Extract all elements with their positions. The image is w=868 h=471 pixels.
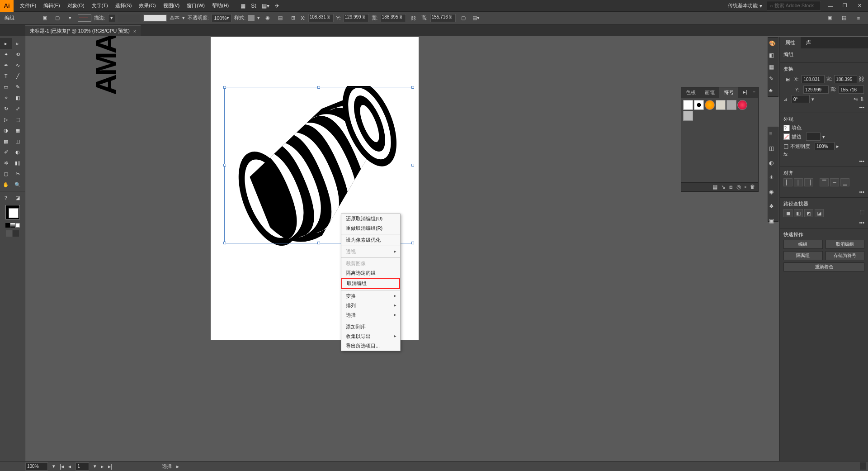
fill-toggle[interactable]: ? — [0, 192, 12, 203]
symbols-panel-icon[interactable]: ♣ — [769, 87, 777, 94]
ctx-undo-ungroup[interactable]: 还原取消编组(U) — [341, 214, 400, 224]
brushes-panel-icon[interactable]: ✎ — [769, 76, 777, 82]
symbol-item[interactable] — [705, 100, 715, 110]
none-mode-swatch[interactable] — [15, 223, 20, 228]
hand-tool[interactable]: ✋ — [0, 179, 12, 190]
fill-stroke-colors[interactable] — [5, 205, 20, 219]
prop-angle-field[interactable]: 0° — [792, 95, 810, 103]
flip-v-icon[interactable]: ⥮ — [860, 96, 864, 102]
qa-group[interactable]: 编组 — [783, 240, 823, 249]
prop-w-field[interactable]: 188.395 — [834, 75, 857, 83]
transform-ref-icon[interactable]: ⊞ — [288, 13, 298, 23]
prop-y-field[interactable]: 129.999 — [803, 86, 829, 94]
prop-x-field[interactable]: 108.831 — [802, 75, 825, 83]
gpu-icon[interactable]: ✈ — [275, 3, 279, 9]
panel-menu-icon[interactable]: ≡ — [750, 87, 758, 98]
delete-symbol-icon[interactable]: 🗑 — [750, 184, 755, 190]
slice-tool[interactable]: ✂ — [12, 168, 24, 179]
qa-ungroup[interactable]: 取消编组 — [826, 240, 865, 249]
edit-contents-icon[interactable]: ▤ — [839, 13, 849, 23]
shape-icon[interactable]: ▢ — [458, 13, 468, 23]
recolor-art-icon[interactable]: ◉ — [263, 13, 273, 23]
symbol-item[interactable] — [683, 100, 693, 110]
y-field[interactable]: 129.999 § — [344, 14, 369, 22]
flip-h-icon[interactable]: ⇋ — [854, 96, 858, 102]
h-field[interactable]: 155.716 § — [430, 14, 456, 22]
tab-properties[interactable]: 属性 — [780, 37, 801, 48]
align-icon[interactable]: ▤ — [275, 13, 285, 23]
rectangle-tool[interactable]: ▭ — [0, 81, 12, 92]
ctx-redo-ungroup[interactable]: 重做取消编组(R) — [341, 224, 400, 233]
tab-symbols[interactable]: 符号 — [719, 87, 738, 98]
align-top[interactable]: ▔ — [820, 178, 829, 186]
ctx-add-to-library[interactable]: 添加到库 — [341, 322, 400, 332]
graphic-styles-icon[interactable]: ◉ — [769, 189, 777, 195]
color-guide-icon[interactable]: ◧ — [769, 52, 777, 58]
pf-intersect[interactable]: ◩ — [804, 209, 813, 217]
stroke-toggle[interactable]: ◪ — [12, 192, 24, 203]
curvature-tool[interactable]: ∿ — [12, 60, 24, 71]
prop-h-field[interactable]: 155.716 — [839, 86, 864, 94]
paintbrush-tool[interactable]: ✎ — [12, 81, 24, 92]
line-tool[interactable]: ╱ — [12, 71, 24, 81]
zoom-level[interactable]: 100% — [25, 462, 48, 471]
ctx-pixel-perfect[interactable]: 设为像素级优化 — [341, 235, 400, 245]
tab-libraries[interactable]: 库 — [801, 37, 816, 48]
free-transform-tool[interactable]: ⬚ — [12, 114, 24, 125]
next-artboard-icon[interactable]: ▸ — [101, 463, 104, 470]
pf-unite[interactable]: ◼ — [783, 209, 793, 217]
tab-brushes[interactable]: 画笔 — [700, 87, 719, 98]
align-left[interactable]: ▏ — [783, 178, 793, 186]
link-wh-icon[interactable]: ⛓ — [409, 13, 419, 23]
status-menu-icon[interactable]: ▸ — [176, 463, 179, 470]
color-panel-icon[interactable]: 🎨 — [769, 40, 777, 47]
minimize-button[interactable]: — — [826, 2, 835, 10]
qa-save-symbol[interactable]: 存储为符号 — [826, 251, 865, 260]
symbol-options-icon[interactable]: ◎ — [736, 184, 741, 190]
variable-width-profile[interactable] — [118, 14, 141, 22]
bridge-icon[interactable]: ▦ — [241, 3, 245, 9]
menu-help[interactable]: 帮助(H) — [208, 0, 232, 11]
x-field[interactable]: 108.831 § — [308, 14, 334, 22]
symbol-library-icon[interactable]: ▤ — [712, 184, 717, 190]
stroke-panel-icon[interactable]: ≡ — [769, 131, 777, 137]
artboard-number[interactable]: 1 — [75, 462, 89, 471]
ctx-arrange[interactable]: 排列▸ — [341, 301, 400, 310]
tab-close-icon[interactable]: × — [133, 29, 136, 34]
qa-isolate[interactable]: 隔离组 — [783, 251, 823, 260]
perspective-tool[interactable]: ▦ — [12, 125, 24, 136]
lasso-tool[interactable]: ⟲ — [12, 49, 24, 60]
menu-object[interactable]: 对象(O) — [64, 0, 88, 11]
opacity-field[interactable]: 100%▾ — [212, 14, 231, 22]
stroke-width-select[interactable]: ▾ — [108, 14, 115, 22]
eraser-tool[interactable]: ◧ — [12, 92, 24, 103]
transparency-panel-icon[interactable]: ◐ — [769, 160, 777, 166]
transform-panel-icon[interactable]: ▤▾ — [471, 13, 481, 23]
ctx-transform[interactable]: 变换▸ — [341, 291, 400, 301]
asset-export-icon[interactable]: ▣ — [769, 218, 777, 224]
menu-effect[interactable]: 效果(C) — [135, 0, 159, 11]
more-options-icon[interactable]: ••• — [859, 220, 864, 225]
isolate-icon[interactable]: ▣ — [825, 13, 835, 23]
close-button[interactable]: ✕ — [854, 2, 864, 10]
panel-menu-icon[interactable]: ≡ — [854, 13, 863, 23]
restore-button[interactable]: ❐ — [840, 2, 850, 10]
pf-exclude[interactable]: ◪ — [815, 209, 824, 217]
menu-select[interactable]: 选择(S) — [112, 0, 136, 11]
swatches-panel-icon[interactable]: ▦ — [769, 64, 777, 70]
prev-artboard-icon[interactable]: ◂ — [68, 463, 71, 470]
stroke-swatch[interactable] — [783, 133, 790, 140]
ctx-ungroup[interactable]: 取消编组 — [341, 278, 400, 289]
magic-wand-tool[interactable]: ✦ — [0, 49, 12, 60]
align-bottom[interactable]: ▁ — [840, 178, 849, 186]
opacity-field[interactable]: 100% — [815, 142, 835, 150]
artboard-tool[interactable]: ▢ — [0, 168, 12, 179]
ref-point-icon[interactable]: ⊞ — [783, 74, 793, 84]
gradient-mode-swatch[interactable] — [10, 223, 15, 228]
style-swatch[interactable] — [248, 15, 255, 21]
screen-mode-full[interactable] — [13, 230, 19, 237]
stroke-width-field[interactable] — [806, 133, 821, 141]
menu-edit[interactable]: 编辑(E) — [40, 0, 64, 11]
symbol-sprayer-tool[interactable]: ✲ — [0, 157, 12, 168]
screen-mode-normal[interactable] — [6, 230, 12, 237]
